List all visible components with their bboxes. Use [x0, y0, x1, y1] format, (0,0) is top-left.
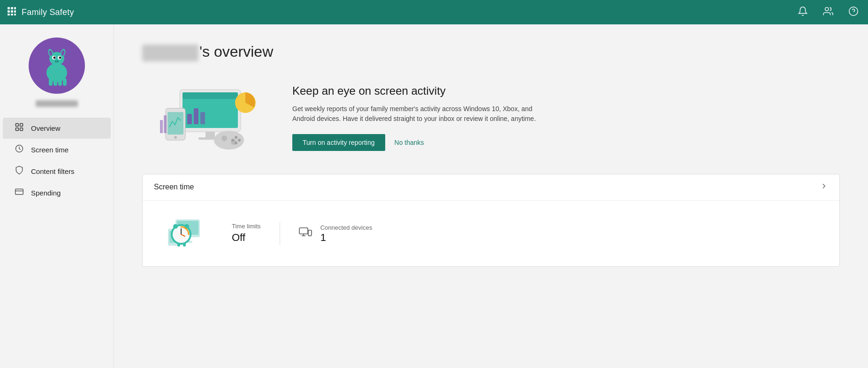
svg-rect-3 — [8, 10, 10, 13]
clock-icon — [14, 144, 24, 156]
sidebar-item-overview[interactable]: Overview — [3, 118, 111, 139]
svg-point-54 — [231, 139, 234, 142]
activity-actions: Turn on activity reporting No thanks — [292, 134, 840, 151]
time-limits-value: Off — [232, 232, 261, 244]
help-button[interactable] — [846, 4, 860, 21]
svg-point-47 — [174, 136, 177, 139]
page-title: 's overview — [142, 43, 840, 61]
spending-icon — [14, 187, 24, 199]
svg-rect-8 — [14, 14, 16, 15]
connected-devices-stat: Connected devices 1 — [299, 223, 373, 244]
topbar-actions — [796, 4, 860, 21]
svg-point-49 — [221, 135, 227, 141]
svg-rect-41 — [187, 114, 192, 124]
svg-rect-72 — [183, 243, 186, 247]
user-name — [36, 100, 78, 107]
svg-point-53 — [235, 142, 237, 144]
turn-on-activity-button[interactable]: Turn on activity reporting — [292, 134, 385, 151]
svg-point-52 — [238, 139, 241, 142]
svg-rect-32 — [16, 128, 19, 131]
svg-rect-29 — [63, 78, 67, 86]
svg-rect-4 — [11, 10, 13, 13]
family-members-button[interactable] — [821, 4, 835, 21]
svg-rect-2 — [14, 7, 16, 9]
svg-point-9 — [825, 7, 829, 10]
connected-devices-label: Connected devices — [320, 224, 373, 231]
svg-rect-27 — [53, 78, 57, 86]
stat-row: Time limits Off — [232, 222, 372, 245]
activity-text: Keep an eye on screen activity Get weekl… — [292, 84, 840, 151]
sidebar: Overview Screen time Content filter — [0, 24, 114, 368]
svg-rect-33 — [20, 128, 23, 131]
sidebar-nav: Overview Screen time Content filter — [0, 117, 114, 204]
username-blurred — [142, 45, 198, 61]
svg-rect-31 — [20, 124, 23, 127]
app-title: Family Safety — [22, 8, 74, 17]
svg-rect-30 — [16, 124, 19, 127]
svg-rect-39 — [206, 132, 215, 137]
sidebar-screen-time-label: Screen time — [31, 146, 69, 154]
sidebar-spending-label: Spending — [31, 189, 61, 197]
time-limits-stat: Time limits Off — [232, 223, 261, 244]
screen-time-header[interactable]: Screen time — [143, 174, 839, 201]
avatar — [29, 38, 85, 94]
svg-rect-42 — [194, 108, 198, 124]
overview-icon — [14, 122, 24, 134]
connected-devices-value: 1 — [320, 232, 373, 244]
activity-description: Get weekly reports of your family member… — [292, 104, 555, 124]
svg-rect-73 — [299, 228, 308, 234]
screen-time-card: Screen time — [142, 174, 840, 267]
time-limits-label: Time limits — [232, 223, 261, 230]
svg-point-22 — [59, 57, 61, 59]
svg-rect-56 — [160, 120, 163, 133]
svg-point-23 — [54, 60, 59, 63]
devices-icon — [299, 226, 312, 240]
sidebar-overview-label: Overview — [31, 124, 61, 132]
svg-rect-7 — [11, 14, 13, 15]
no-thanks-button[interactable]: No thanks — [395, 139, 424, 146]
stat-divider — [280, 222, 280, 245]
svg-rect-44 — [183, 92, 238, 99]
topbar: Family Safety — [0, 0, 868, 24]
content-area: 's overview — [114, 24, 868, 368]
svg-rect-5 — [14, 10, 16, 13]
svg-rect-6 — [8, 14, 10, 15]
svg-point-25 — [57, 61, 58, 62]
svg-point-10 — [849, 7, 858, 15]
svg-rect-0 — [8, 7, 10, 9]
clock-illustration — [161, 215, 204, 252]
screen-time-body: Time limits Off — [143, 201, 839, 266]
svg-rect-28 — [58, 78, 62, 86]
shield-icon — [14, 165, 24, 177]
main-layout: Overview Screen time Content filter — [0, 24, 868, 368]
svg-rect-35 — [15, 189, 23, 195]
notification-button[interactable] — [796, 4, 810, 21]
grid-icon — [8, 7, 16, 18]
screen-time-title: Screen time — [154, 183, 194, 191]
sidebar-item-content-filters[interactable]: Content filters — [3, 161, 111, 182]
activity-illustration — [142, 80, 264, 155]
svg-point-69 — [173, 224, 178, 229]
svg-rect-43 — [200, 112, 205, 124]
svg-point-24 — [55, 61, 56, 62]
svg-rect-57 — [164, 115, 167, 133]
svg-rect-76 — [308, 230, 312, 236]
sidebar-item-screen-time[interactable]: Screen time — [3, 139, 111, 160]
svg-point-21 — [53, 57, 56, 59]
chevron-right-icon — [820, 182, 828, 193]
activity-heading: Keep an eye on screen activity — [292, 84, 840, 98]
svg-rect-26 — [49, 78, 53, 86]
svg-rect-1 — [11, 7, 13, 9]
activity-card: Keep an eye on screen activity Get weekl… — [142, 80, 840, 155]
sidebar-content-filters-label: Content filters — [31, 167, 75, 175]
svg-rect-71 — [177, 243, 180, 247]
svg-point-51 — [235, 136, 237, 139]
sidebar-item-spending[interactable]: Spending — [3, 182, 111, 203]
